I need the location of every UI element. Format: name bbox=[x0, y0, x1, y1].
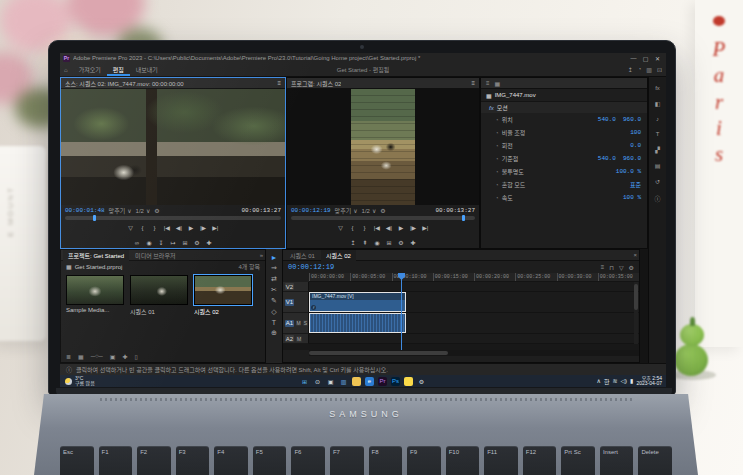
button-editor-icon[interactable]: ✚ bbox=[206, 239, 212, 246]
project-file-row[interactable]: ▦ Get Started.prproj 4개 항목 bbox=[61, 261, 265, 272]
keyboard-key[interactable]: Delete bbox=[638, 446, 672, 475]
panel-menu-icon[interactable]: ≡ bbox=[277, 80, 281, 86]
ripple-edit-tool[interactable]: ⇄ bbox=[271, 275, 277, 283]
mark-out-icon[interactable]: } bbox=[362, 225, 368, 231]
motion-section-header[interactable]: fx 모션 bbox=[481, 102, 647, 113]
text-panel-icon[interactable]: T bbox=[656, 131, 660, 137]
program-monitor-header[interactable]: 프로그램: 시퀀스 02 ≡ bbox=[287, 78, 479, 89]
ruler-label[interactable]: 00:00:30:00 bbox=[557, 273, 598, 281]
timeline-playhead[interactable] bbox=[401, 273, 402, 350]
tab-close-icon[interactable]: × bbox=[633, 252, 637, 258]
keyboard-key[interactable]: F1 bbox=[99, 446, 133, 475]
play-icon[interactable]: ▶ bbox=[188, 224, 194, 231]
ruler-label[interactable]: 00:00:35:00 bbox=[598, 273, 639, 281]
comparison-view-icon[interactable]: ⊞ bbox=[182, 239, 188, 246]
snap-icon[interactable]: ⊓ bbox=[609, 264, 614, 271]
program-fit-dropdown[interactable]: 맞추기 ∨ bbox=[335, 206, 358, 215]
program-current-timecode[interactable]: 00:00:12:19 bbox=[291, 207, 331, 214]
effect-property-row[interactable]: ◔ 위치 540.0 960.0 bbox=[481, 113, 647, 126]
project-item[interactable]: 시퀀스 01 bbox=[130, 275, 188, 316]
keyboard-key[interactable]: F10 bbox=[446, 446, 480, 475]
track-a1-label[interactable]: A1 bbox=[285, 320, 294, 327]
program-settings-icon[interactable]: ⚙ bbox=[380, 207, 385, 214]
program-scrub-playhead[interactable] bbox=[462, 215, 465, 221]
property-value[interactable]: 540.0 960.0 bbox=[598, 116, 641, 123]
ruler-label[interactable]: 00:00:15:00 bbox=[433, 273, 474, 281]
source-zoom-dropdown[interactable]: 1/2 ∨ bbox=[136, 207, 151, 214]
ruler-label[interactable]: 00:00:20:00 bbox=[474, 273, 515, 281]
keyboard-key[interactable]: F5 bbox=[253, 446, 287, 475]
scrollbar-thumb[interactable] bbox=[309, 351, 448, 355]
stopwatch-icon[interactable]: ◔ bbox=[495, 130, 499, 136]
lift-icon[interactable]: ↥ bbox=[350, 239, 356, 246]
track-a2-header[interactable]: A2 M bbox=[283, 334, 309, 344]
new-item-icon[interactable]: ✚ bbox=[123, 353, 128, 360]
timeline-current-timecode[interactable]: 00:00:12:19 bbox=[288, 263, 334, 271]
network-icon[interactable]: ≋ bbox=[612, 377, 617, 386]
tab-overflow-icon[interactable]: » bbox=[260, 252, 263, 258]
step-forward-icon[interactable]: |▶ bbox=[410, 224, 416, 231]
workspaces-icon[interactable]: ▥ bbox=[646, 66, 652, 73]
video-clip[interactable]: IMG_7447.mov [V] f bbox=[309, 292, 406, 312]
program-monitor-tab[interactable]: 프로그램: 시퀀스 02 bbox=[291, 79, 341, 88]
source-scrub-playhead[interactable] bbox=[93, 215, 96, 221]
tray-chevron-icon[interactable]: ∧ bbox=[597, 377, 601, 386]
source-monitor-tab[interactable]: 소스: 시퀀스 02: IMG_7447.mov: 00:00:00:00 bbox=[65, 79, 184, 88]
audio-clip[interactable] bbox=[309, 313, 406, 333]
track-v2-header[interactable]: V2 bbox=[283, 282, 309, 292]
property-value[interactable]: 0.0 bbox=[630, 142, 641, 149]
keyboard-key[interactable]: Esc bbox=[60, 446, 94, 475]
settings-menu-icon[interactable]: ⚙ bbox=[398, 239, 404, 246]
source-video-display[interactable] bbox=[61, 89, 285, 205]
effects-panel-icon[interactable]: fx bbox=[655, 85, 660, 91]
minimize-button[interactable]: — bbox=[628, 55, 639, 62]
track-v2-label[interactable]: V2 bbox=[285, 283, 294, 290]
home-icon[interactable]: ⌂ bbox=[64, 67, 68, 73]
effect-property-row[interactable]: ◔ 기준점 540.0 960.0 bbox=[481, 152, 647, 165]
keyboard-key[interactable]: F3 bbox=[176, 446, 210, 475]
project-panel-tab[interactable]: 프로젝트: Get Started bbox=[63, 250, 129, 261]
workspace-tab[interactable]: 편집 bbox=[107, 64, 130, 76]
mute-button[interactable]: M bbox=[296, 336, 302, 342]
track-select-tool[interactable]: ⇒ bbox=[271, 264, 277, 272]
track-v2-lane[interactable] bbox=[309, 282, 639, 292]
markers-panel-icon[interactable]: ▤ bbox=[655, 162, 661, 169]
nest-toggle-icon[interactable]: ≡ bbox=[601, 264, 605, 271]
thumbnail-zoom-slider[interactable]: ─○─ bbox=[91, 353, 103, 360]
add-marker-icon[interactable]: ▽ bbox=[128, 224, 134, 231]
close-button[interactable]: ✕ bbox=[652, 55, 663, 62]
razor-tool[interactable]: ✂ bbox=[271, 286, 277, 294]
keyboard-key[interactable]: Insert bbox=[600, 446, 634, 475]
new-bin-icon[interactable]: ▣ bbox=[110, 353, 116, 360]
timeline-horizontal-scrollbar[interactable] bbox=[309, 350, 639, 356]
track-v1-lane[interactable]: IMG_7447.mov [V] f bbox=[309, 292, 639, 313]
play-icon[interactable]: ▶ bbox=[398, 224, 404, 231]
solo-button[interactable]: S bbox=[303, 320, 308, 326]
property-value[interactable]: 100 % bbox=[623, 194, 641, 201]
restore-button[interactable]: ▢ bbox=[640, 55, 651, 62]
settings-menu-icon[interactable]: ⚙ bbox=[194, 239, 200, 246]
info-panel-icon[interactable]: ⓘ bbox=[654, 194, 660, 203]
panel-menu-icon[interactable]: ≡ bbox=[486, 80, 490, 86]
project-panel-tab[interactable]: 미디어 브라우저 bbox=[130, 250, 180, 261]
marker-icon[interactable]: ▽ bbox=[619, 264, 624, 271]
mark-out-icon[interactable]: } bbox=[152, 225, 158, 231]
list-view-icon[interactable]: ≣ bbox=[66, 353, 71, 360]
project-item-thumbnail[interactable] bbox=[194, 275, 252, 305]
start-button[interactable]: ⊞ bbox=[300, 377, 309, 386]
selection-tool[interactable]: ► bbox=[271, 254, 278, 261]
stopwatch-icon[interactable]: ◔ bbox=[495, 195, 499, 201]
track-a1-header[interactable]: A1 M S bbox=[283, 313, 309, 334]
essential-sound-panel-icon[interactable]: ♪ bbox=[656, 116, 659, 122]
lumetri-panel-icon[interactable]: ◧ bbox=[655, 100, 661, 107]
ruler-label[interactable]: 00:00:00:00 bbox=[309, 273, 350, 281]
ruler-label[interactable]: 00:00:05:00 bbox=[350, 273, 391, 281]
button-editor-icon[interactable]: ✚ bbox=[410, 239, 416, 246]
settings-button[interactable]: ⚙ bbox=[417, 377, 426, 386]
go-to-in-icon[interactable]: |◀ bbox=[164, 224, 170, 231]
go-to-out-icon[interactable]: ▶| bbox=[422, 224, 428, 231]
effect-property-row[interactable]: ◔ 불투명도 100.0 % bbox=[481, 165, 647, 178]
photoshop-button[interactable]: Ps bbox=[391, 377, 400, 386]
hand-tool[interactable]: ◇ bbox=[271, 308, 276, 316]
project-item-thumbnail[interactable] bbox=[66, 275, 124, 305]
